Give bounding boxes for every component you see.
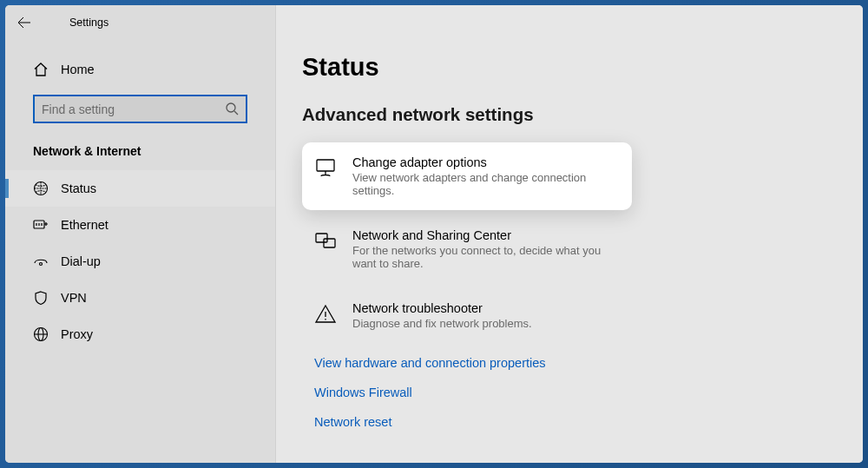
sidebar-item-status[interactable]: Status — [5, 170, 275, 207]
svg-rect-8 — [316, 234, 327, 242]
sidebar-category: Network & Internet — [5, 139, 275, 170]
option-desc: For the networks you connect to, decide … — [352, 244, 620, 270]
search-input[interactable] — [42, 102, 226, 116]
sidebar-home[interactable]: Home — [5, 53, 275, 86]
section-title: Advanced network settings — [302, 104, 863, 125]
option-desc: Diagnose and fix network problems. — [352, 317, 532, 330]
globe-icon — [33, 326, 49, 342]
home-icon — [33, 62, 49, 77]
search-box[interactable] — [33, 95, 247, 123]
option-title: Network troubleshooter — [352, 301, 532, 315]
sidebar-item-dialup[interactable]: Dial-up — [5, 243, 275, 280]
sidebar-item-label: VPN — [61, 291, 87, 305]
search-icon — [226, 102, 239, 115]
window-title: Settings — [69, 16, 108, 29]
svg-rect-7 — [317, 160, 334, 171]
sidebar-item-proxy[interactable]: Proxy — [5, 316, 275, 353]
ethernet-icon — [33, 217, 49, 233]
globe-sphere-icon — [33, 181, 49, 196]
back-button[interactable] — [5, 5, 43, 40]
option-desc: View network adapters and change connect… — [352, 171, 620, 197]
page-title: Status — [302, 53, 863, 82]
link-hardware-properties[interactable]: View hardware and connection properties — [302, 348, 863, 378]
svg-rect-9 — [324, 239, 335, 247]
option-troubleshooter[interactable]: Network troubleshooter Diagnose and fix … — [302, 288, 632, 343]
option-title: Change adapter options — [352, 155, 620, 169]
option-title: Network and Sharing Center — [352, 228, 620, 242]
sharing-center-icon — [314, 230, 337, 253]
sidebar-item-label: Status — [61, 181, 96, 195]
monitor-network-icon — [314, 157, 337, 180]
sidebar-home-label: Home — [61, 63, 95, 76]
svg-point-4 — [40, 263, 43, 266]
sidebar-item-vpn[interactable]: VPN — [5, 280, 275, 316]
help-from-web-title: Help from the web — [302, 437, 863, 463]
link-network-reset[interactable]: Network reset — [302, 407, 863, 437]
option-sharing-center[interactable]: Network and Sharing Center For the netwo… — [302, 215, 632, 283]
arrow-left-icon — [17, 16, 31, 30]
svg-point-1 — [227, 103, 235, 112]
warning-icon — [314, 303, 337, 326]
sidebar-item-label: Dial-up — [61, 254, 101, 268]
option-change-adapter[interactable]: Change adapter options View network adap… — [302, 142, 632, 210]
sidebar-item-label: Proxy — [61, 327, 93, 341]
sidebar-item-label: Ethernet — [61, 218, 108, 232]
content-area: Status Advanced network settings Change … — [276, 5, 863, 463]
link-windows-firewall[interactable]: Windows Firewall — [302, 378, 863, 407]
sidebar-item-ethernet[interactable]: Ethernet — [5, 207, 275, 243]
settings-window: Settings Home — [5, 5, 863, 463]
dialup-icon — [33, 254, 49, 269]
shield-icon — [33, 290, 49, 306]
sidebar: Home Network & Internet Status — [5, 5, 276, 463]
